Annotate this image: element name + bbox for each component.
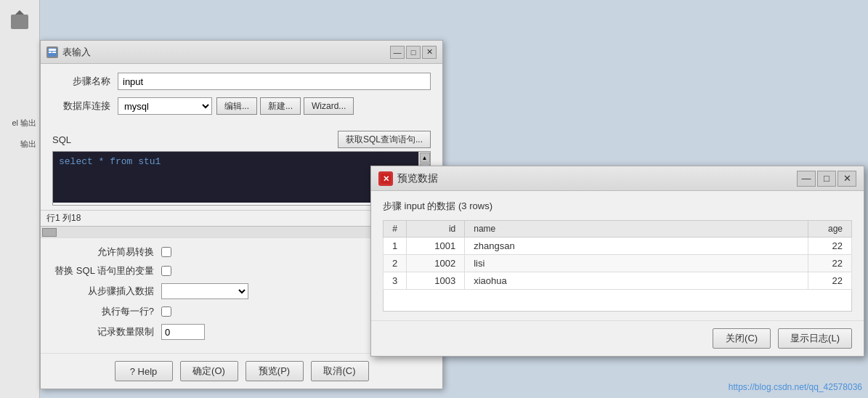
preview-footer: 关闭(C) 显示日志(L) [371,320,864,356]
preview-controls: — □ ✕ [797,171,856,187]
step-name-input[interactable] [118,73,431,90]
scrollbar-thumb[interactable] [42,228,57,237]
record-limit-label: 记录数量限制 [52,325,154,338]
close-dialog-button[interactable]: 关闭(C) [713,328,771,349]
db-connection-select[interactable]: mysql [118,97,212,115]
table-input-icon [46,46,58,58]
dialog-body: 步骤名称 数据库连接 mysql 编辑... 新建... Wizard... [41,64,442,131]
dialog-title: 表输入 [46,46,91,59]
edit-db-button[interactable]: 编辑... [216,97,257,115]
db-connection-label: 数据库连接 [52,99,110,113]
minimize-button[interactable]: — [390,46,405,59]
record-limit-input[interactable] [161,324,205,340]
sql-label: SQL [52,134,71,145]
left-sidebar: el 输出 输出 [0,0,40,398]
preview-maximize-button[interactable]: □ [817,171,836,187]
svg-rect-3 [49,49,56,51]
insert-from-step-label: 从步骤插入数据 [52,285,154,298]
wizard-button[interactable]: Wizard... [304,97,354,115]
sidebar-label-el-output: el 输出 [0,116,39,130]
replace-sql-var-label: 替换 SQL 语句里的变量 [52,264,154,277]
svg-rect-4 [49,52,52,53]
replace-sql-var-checkbox[interactable] [161,266,171,276]
execute-each-row-label: 执行每一行? [52,305,154,318]
dialog-preview: ✕ 预览数据 — □ ✕ 步骤 input 的数据 (3 rows) # id … [370,166,864,357]
data-table: # id name age 1 1001 zhangsan 22 2 1002 … [383,220,852,290]
preview-close-button[interactable]: ✕ [837,171,856,187]
table-row: 3 1003 xiaohua 22 [384,272,852,290]
db-connection-controls: mysql 编辑... 新建... Wizard... [118,97,354,115]
preview-title-text: 预览数据 [397,172,438,185]
help-button[interactable]: ? Help [115,361,173,381]
table-header-age: age [808,221,852,237]
insert-from-step-select[interactable] [161,283,248,299]
dialog-title-text: 表输入 [62,46,91,59]
allow-simple-convert-checkbox[interactable] [161,247,171,257]
svg-rect-0 [11,15,28,29]
new-db-button[interactable]: 新建... [260,97,301,115]
preview-title: ✕ 预览数据 [378,171,438,186]
preview-subtitle: 步骤 input 的数据 (3 rows) [383,200,852,213]
allow-simple-convert-label: 允许简易转换 [52,245,154,259]
watermark: https://blog.csdn.net/qq_42578036 [729,382,862,392]
preview-minimize-button[interactable]: — [797,171,816,187]
table-header-hash: # [384,221,407,237]
preview-body: 步骤 input 的数据 (3 rows) # id name age 1 10… [371,191,864,320]
maximize-button[interactable]: □ [406,46,421,59]
sql-label-row: SQL 获取SQL查询语句... [52,131,431,148]
sql-textarea[interactable]: select * from stu1 [53,152,418,203]
preview-icon: ✕ [378,171,393,186]
table-header-name: name [465,221,808,237]
svg-marker-1 [15,10,24,15]
svg-rect-5 [52,52,56,53]
preview-button[interactable]: 预览(P) [246,361,304,381]
table-row: 2 1002 lisi 22 [384,255,852,272]
app-icon [5,6,34,35]
dialog-titlebar: 表输入 — □ ✕ [41,41,442,64]
confirm-button[interactable]: 确定(O) [180,361,238,381]
db-connection-row: 数据库连接 mysql 编辑... 新建... Wizard... [52,97,431,115]
dialog-controls: — □ ✕ [390,46,437,59]
row-col-indicator: 行1 列18 [46,212,81,224]
execute-each-row-checkbox[interactable] [161,306,171,317]
cancel-button[interactable]: 取消(C) [311,361,369,381]
close-button[interactable]: ✕ [422,46,437,59]
table-row: 1 1001 zhangsan 22 [384,237,852,255]
preview-titlebar: ✕ 预览数据 — □ ✕ [371,166,864,191]
dialog-footer: ? Help 确定(O) 预览(P) 取消(C) [41,353,442,389]
step-name-label: 步骤名称 [52,75,110,88]
show-log-button[interactable]: 显示日志(L) [778,328,852,349]
table-header-id: id [407,221,465,237]
step-name-row: 步骤名称 [52,73,431,90]
svg-text:✕: ✕ [383,174,389,183]
sidebar-label-output: 输出 [0,137,39,151]
get-sql-button[interactable]: 获取SQL查询语句... [338,131,431,148]
